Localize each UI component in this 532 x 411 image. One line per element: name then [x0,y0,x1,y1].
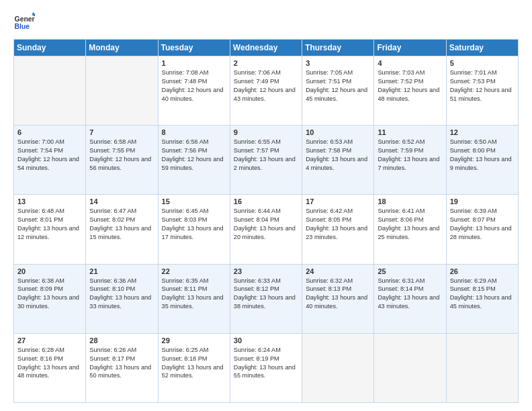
weekday-header: Friday [374,40,446,56]
day-info: Sunrise: 6:42 AMSunset: 8:05 PMDaylight:… [306,207,370,242]
day-info: Sunrise: 7:06 AMSunset: 7:49 PMDaylight:… [234,68,298,103]
header: General Blue [13,11,519,32]
calendar-cell: 5Sunrise: 7:01 AMSunset: 7:53 PMDaylight… [446,56,518,126]
calendar-cell: 2Sunrise: 7:06 AMSunset: 7:49 PMDaylight… [230,56,302,126]
day-number: 24 [306,267,370,275]
calendar-cell: 17Sunrise: 6:42 AMSunset: 8:05 PMDayligh… [302,195,374,264]
calendar-cell [86,56,158,126]
day-number: 21 [89,267,154,275]
calendar-cell: 1Sunrise: 7:08 AMSunset: 7:48 PMDaylight… [158,56,230,126]
calendar-cell: 7Sunrise: 6:58 AMSunset: 7:55 PMDaylight… [86,126,158,195]
day-number: 22 [162,267,226,275]
day-info: Sunrise: 6:48 AMSunset: 8:01 PMDaylight:… [17,207,82,242]
weekday-header: Monday [86,40,158,56]
day-info: Sunrise: 6:24 AMSunset: 8:19 PMDaylight:… [234,346,298,381]
calendar-cell: 16Sunrise: 6:44 AMSunset: 8:04 PMDayligh… [230,195,302,264]
calendar-cell: 26Sunrise: 6:29 AMSunset: 8:15 PMDayligh… [446,264,518,333]
calendar-cell: 27Sunrise: 6:28 AMSunset: 8:16 PMDayligh… [14,333,86,402]
day-number: 23 [234,267,298,275]
day-info: Sunrise: 6:41 AMSunset: 8:06 PMDaylight:… [378,207,442,242]
calendar-cell [14,56,86,126]
day-info: Sunrise: 6:39 AMSunset: 8:07 PMDaylight:… [450,207,515,242]
logo: General Blue [13,11,35,32]
day-info: Sunrise: 6:38 AMSunset: 8:09 PMDaylight:… [17,277,82,312]
day-number: 4 [378,59,442,67]
calendar-cell: 24Sunrise: 6:32 AMSunset: 8:13 PMDayligh… [302,264,374,333]
weekday-header: Thursday [302,40,374,56]
day-number: 26 [450,267,515,275]
day-number: 11 [378,128,442,136]
day-info: Sunrise: 6:33 AMSunset: 8:12 PMDaylight:… [234,277,298,312]
day-number: 18 [378,197,442,205]
calendar-cell: 15Sunrise: 6:45 AMSunset: 8:03 PMDayligh… [158,195,230,264]
day-number: 16 [234,197,298,205]
day-info: Sunrise: 6:26 AMSunset: 8:17 PMDaylight:… [89,346,154,381]
calendar-cell: 11Sunrise: 6:52 AMSunset: 7:59 PMDayligh… [374,126,446,195]
day-number: 28 [89,336,154,345]
day-number: 29 [162,336,226,345]
page: General Blue SundayMondayTuesdayWednesda… [0,0,532,411]
calendar-cell: 29Sunrise: 6:25 AMSunset: 8:18 PMDayligh… [158,333,230,402]
day-info: Sunrise: 6:58 AMSunset: 7:55 PMDaylight:… [89,138,154,173]
day-info: Sunrise: 7:00 AMSunset: 7:54 PMDaylight:… [17,138,82,173]
day-number: 15 [162,197,226,205]
day-info: Sunrise: 6:29 AMSunset: 8:15 PMDaylight:… [450,277,515,312]
generalblue-logo-icon: General Blue [13,11,35,32]
svg-text:General: General [15,15,35,23]
day-number: 12 [450,128,515,136]
day-number: 13 [17,197,82,205]
calendar-cell: 6Sunrise: 7:00 AMSunset: 7:54 PMDaylight… [14,126,86,195]
calendar-cell: 23Sunrise: 6:33 AMSunset: 8:12 PMDayligh… [230,264,302,333]
calendar-cell: 9Sunrise: 6:55 AMSunset: 7:57 PMDaylight… [230,126,302,195]
calendar-cell: 25Sunrise: 6:31 AMSunset: 8:14 PMDayligh… [374,264,446,333]
day-number: 5 [450,59,515,67]
calendar-cell: 30Sunrise: 6:24 AMSunset: 8:19 PMDayligh… [230,333,302,402]
day-number: 25 [378,267,442,275]
day-info: Sunrise: 6:28 AMSunset: 8:16 PMDaylight:… [17,346,82,381]
weekday-header: Wednesday [230,40,302,56]
day-info: Sunrise: 6:25 AMSunset: 8:18 PMDaylight:… [162,346,226,381]
day-number: 3 [306,59,370,67]
calendar-cell: 18Sunrise: 6:41 AMSunset: 8:06 PMDayligh… [374,195,446,264]
calendar-cell [302,333,374,402]
calendar-cell: 20Sunrise: 6:38 AMSunset: 8:09 PMDayligh… [14,264,86,333]
day-info: Sunrise: 6:45 AMSunset: 8:03 PMDaylight:… [162,207,226,242]
calendar-cell: 8Sunrise: 6:56 AMSunset: 7:56 PMDaylight… [158,126,230,195]
calendar-cell [374,333,446,402]
day-info: Sunrise: 7:01 AMSunset: 7:53 PMDaylight:… [450,68,515,103]
weekday-header: Saturday [446,40,518,56]
day-info: Sunrise: 6:53 AMSunset: 7:58 PMDaylight:… [306,138,370,173]
day-number: 1 [162,59,226,67]
calendar-cell: 4Sunrise: 7:03 AMSunset: 7:52 PMDaylight… [374,56,446,126]
day-info: Sunrise: 6:36 AMSunset: 8:10 PMDaylight:… [89,277,154,312]
day-number: 19 [450,197,515,205]
day-info: Sunrise: 6:32 AMSunset: 8:13 PMDaylight:… [306,277,370,312]
calendar-cell: 14Sunrise: 6:47 AMSunset: 8:02 PMDayligh… [86,195,158,264]
calendar-cell: 3Sunrise: 7:05 AMSunset: 7:51 PMDaylight… [302,56,374,126]
day-number: 10 [306,128,370,136]
day-info: Sunrise: 6:44 AMSunset: 8:04 PMDaylight:… [234,207,298,242]
calendar-cell: 28Sunrise: 6:26 AMSunset: 8:17 PMDayligh… [86,333,158,402]
weekday-header: Sunday [14,40,86,56]
day-info: Sunrise: 6:31 AMSunset: 8:14 PMDaylight:… [378,277,442,312]
day-number: 6 [17,128,82,136]
calendar-cell: 10Sunrise: 6:53 AMSunset: 7:58 PMDayligh… [302,126,374,195]
weekday-header: Tuesday [158,40,230,56]
calendar-cell: 19Sunrise: 6:39 AMSunset: 8:07 PMDayligh… [446,195,518,264]
svg-text:Blue: Blue [15,23,30,30]
day-number: 14 [89,197,154,205]
day-number: 2 [234,59,298,67]
day-info: Sunrise: 6:47 AMSunset: 8:02 PMDaylight:… [89,207,154,242]
day-info: Sunrise: 6:55 AMSunset: 7:57 PMDaylight:… [234,138,298,173]
calendar-cell [446,333,518,402]
day-info: Sunrise: 6:52 AMSunset: 7:59 PMDaylight:… [378,138,442,173]
day-info: Sunrise: 6:50 AMSunset: 8:00 PMDaylight:… [450,138,515,173]
day-info: Sunrise: 6:56 AMSunset: 7:56 PMDaylight:… [162,138,226,173]
calendar-table: SundayMondayTuesdayWednesdayThursdayFrid… [13,39,519,403]
day-number: 9 [234,128,298,136]
day-info: Sunrise: 7:05 AMSunset: 7:51 PMDaylight:… [306,68,370,103]
calendar-cell: 13Sunrise: 6:48 AMSunset: 8:01 PMDayligh… [14,195,86,264]
day-number: 8 [162,128,226,136]
day-number: 27 [17,336,82,345]
day-number: 30 [234,336,298,345]
